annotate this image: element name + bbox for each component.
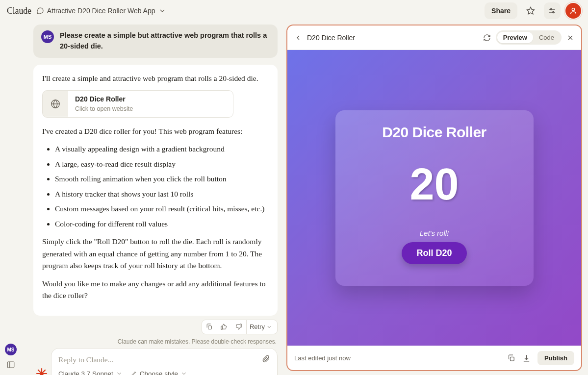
copy-button[interactable]	[202, 320, 217, 334]
publish-button[interactable]: Publish	[537, 351, 574, 365]
sparkle-icon	[35, 367, 48, 375]
message-actions: Retry	[33, 320, 278, 334]
star-button[interactable]	[522, 2, 539, 19]
share-button[interactable]: Share	[485, 2, 517, 19]
thumbs-up-icon	[220, 323, 228, 330]
chevron-down-icon	[266, 324, 272, 330]
reply-input[interactable]	[58, 355, 257, 364]
user-icon	[569, 7, 577, 15]
features-list: A visually appealing design with a gradi…	[42, 143, 269, 230]
paperclip-icon	[261, 354, 270, 363]
refresh-button[interactable]	[483, 34, 491, 42]
chat-title-text: Attractive D20 Dice Roller Web App	[47, 7, 155, 15]
chevron-down-icon	[158, 7, 166, 15]
artifact-status: Last edited just now	[294, 354, 351, 362]
artifact-title: D20 Dice Roller	[307, 34, 478, 42]
chevron-down-icon	[180, 370, 187, 375]
user-message: MS Please create a simple but attractive…	[33, 25, 278, 58]
artifact-preview: D20 Dice Roller 20 Let's roll! Roll D20	[287, 50, 581, 346]
list-item: Custom messages based on your roll resul…	[55, 203, 269, 215]
features-lead: I've created a D20 dice roller for you! …	[42, 125, 269, 137]
list-item: A large, easy-to-read dice result displa…	[55, 158, 269, 170]
svg-point-5	[572, 8, 574, 11]
close-button[interactable]	[566, 34, 574, 42]
roll-result: 20	[409, 162, 459, 206]
star-icon	[526, 6, 535, 15]
artifact-card[interactable]: D20 Dice Roller Click to open website	[42, 90, 233, 118]
app-logo[interactable]: Claude	[7, 6, 31, 16]
thumbs-up-button[interactable]	[217, 320, 231, 334]
list-item: A visually appealing design with a gradi…	[55, 143, 269, 155]
tab-code[interactable]: Code	[533, 32, 560, 43]
sidebar-toggle[interactable]	[6, 360, 15, 369]
list-item: Smooth rolling animation when you click …	[55, 173, 269, 185]
account-avatar[interactable]	[565, 3, 581, 19]
svg-rect-7	[208, 326, 212, 329]
globe-icon	[43, 91, 68, 117]
model-selector[interactable]: Claude 3.7 Sonnet	[58, 370, 123, 375]
style-selector[interactable]: Choose style	[130, 370, 187, 375]
artifact-panel: D20 Dice Roller Preview Code D20 Dice Ro…	[286, 25, 582, 371]
roll-button[interactable]: Roll D20	[402, 242, 466, 264]
assistant-intro: I'll create a simple and attractive web …	[42, 73, 269, 84]
thumbs-down-button[interactable]	[231, 320, 246, 334]
chat-icon	[36, 7, 44, 15]
copy-artifact-button[interactable]	[507, 354, 515, 362]
assistant-para-3: Would you like me to make any changes or…	[42, 278, 269, 302]
chat-title[interactable]: Attractive D20 Dice Roller Web App	[36, 7, 166, 15]
download-button[interactable]	[522, 354, 531, 362]
chevron-down-icon	[116, 370, 123, 375]
sidebar-avatar[interactable]: MS	[5, 344, 17, 355]
assistant-message: I'll create a simple and attractive web …	[33, 65, 278, 316]
svg-rect-10	[510, 357, 514, 361]
list-item: A history tracker that shows your last 1…	[55, 188, 269, 200]
disclaimer-text: Claude can make mistakes. Please double-…	[51, 338, 277, 345]
pen-icon	[130, 370, 137, 375]
tab-preview[interactable]: Preview	[497, 32, 533, 43]
app-heading: D20 Dice Roller	[382, 124, 486, 141]
dice-app-card: D20 Dice Roller 20 Let's roll! Roll D20	[335, 110, 534, 286]
composer: Claude 3.7 Sonnet Choose style	[51, 348, 278, 375]
view-toggle: Preview Code	[496, 30, 562, 45]
copy-icon	[205, 323, 213, 330]
app-tagline: Let's roll!	[420, 229, 449, 237]
list-item: Color-coding for different roll values	[55, 218, 269, 230]
artifact-card-subtitle: Click to open website	[75, 104, 133, 114]
user-avatar: MS	[41, 30, 54, 43]
artifact-card-title: D20 Dice Roller	[75, 94, 133, 104]
retry-button[interactable]: Retry	[246, 320, 277, 334]
back-button[interactable]	[294, 34, 302, 42]
user-message-text: Please create a simple but attractive we…	[60, 30, 270, 52]
svg-rect-11	[7, 362, 14, 368]
settings-button[interactable]	[544, 2, 561, 19]
attach-button[interactable]	[261, 354, 270, 365]
thumbs-down-icon	[235, 323, 242, 330]
svg-marker-0	[527, 7, 535, 14]
sliders-icon	[548, 6, 557, 15]
assistant-para-2: Simply click the "Roll D20" button to ro…	[42, 236, 269, 272]
